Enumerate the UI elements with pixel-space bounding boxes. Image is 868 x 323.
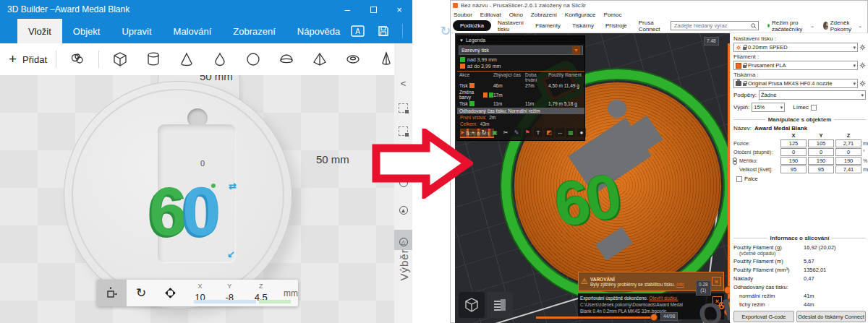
- tab-malovani[interactable]: Malování: [163, 19, 223, 43]
- layer-slider-track[interactable]: [728, 43, 730, 319]
- scale-tool-button[interactable]: [156, 280, 185, 306]
- shape-cube-icon[interactable]: [108, 47, 132, 72]
- moves-slider-track[interactable]: [536, 316, 654, 319]
- warning-link[interactable]: Info: [676, 282, 684, 287]
- text-tool-icon[interactable]: T: [534, 128, 542, 137]
- printer-preset-dropdown[interactable]: Original Prusa MK4S HF0.4 nozzle ▾: [733, 79, 858, 88]
- brim-checkbox[interactable]: [811, 105, 817, 111]
- scale-tool-icon[interactable]: ▣: [490, 128, 499, 137]
- scale-z-field[interactable]: 190: [835, 157, 861, 165]
- scale-y-field[interactable]: 190: [808, 157, 834, 165]
- scene-view-icon[interactable]: ▲: [394, 202, 412, 215]
- minimize-button[interactable]: –: [334, 0, 360, 19]
- size-z-field[interactable]: 7,41: [835, 165, 861, 173]
- inches-checkbox[interactable]: [736, 176, 742, 182]
- view-type-dropdown[interactable]: Barevný tisk ▼: [459, 46, 583, 55]
- user-account-menu[interactable]: Zdeněk Pokorný ⌄: [823, 20, 862, 33]
- tab-tiskarny[interactable]: Tiskárny: [567, 22, 599, 29]
- edit-preset-gear-icon[interactable]: [859, 80, 866, 87]
- close-button[interactable]: ×: [386, 0, 412, 19]
- filament-preset-dropdown[interactable]: Prusament PLA ▾: [733, 61, 858, 70]
- menu-zobrazeni[interactable]: Zobrazení: [531, 12, 557, 18]
- shape-cone-icon[interactable]: [174, 47, 199, 72]
- menu-pomoc[interactable]: Pomoc: [604, 12, 622, 18]
- layers-tool-icon[interactable]: ▦: [566, 128, 575, 137]
- filter-icon[interactable]: ▼: [572, 46, 580, 54]
- tab-nastaveni-tisku[interactable]: Nastavení tisku: [493, 20, 529, 33]
- move-diagonal-gizmo-icon[interactable]: ↙: [227, 249, 235, 259]
- legend-header[interactable]: ▼ Legenda: [457, 36, 584, 44]
- support-paint-icon[interactable]: ◩: [545, 128, 553, 137]
- shape-droplet-icon[interactable]: [208, 47, 232, 72]
- builder-viewport[interactable]: 6 0 0 ⇄ ↙ 50 mm 50 mm ↻ X 10: [0, 75, 394, 323]
- move-horizontal-gizmo-icon[interactable]: ⇄: [229, 181, 237, 191]
- moves-slider-handle[interactable]: [650, 314, 658, 321]
- tab-pristroje[interactable]: Přístroje: [600, 22, 632, 29]
- paint-tool-icon[interactable]: ✎: [512, 128, 521, 137]
- rotation-y-field[interactable]: 0: [808, 148, 834, 156]
- shape-hemisphere-icon[interactable]: [274, 47, 299, 72]
- undo-icon[interactable]: ↺: [416, 23, 427, 39]
- search-box[interactable]: [671, 21, 759, 30]
- layers-view-icon: [492, 297, 508, 313]
- search-input[interactable]: [673, 22, 751, 30]
- position-x-field[interactable]: 125: [780, 139, 807, 147]
- tab-filamenty[interactable]: Filamenty: [530, 22, 566, 29]
- supports-dropdown[interactable]: Žádné ▾: [759, 90, 866, 100]
- rotate-tool-icon[interactable]: ↻: [480, 128, 488, 137]
- shape-sphere-icon[interactable]: [241, 47, 265, 72]
- rotate-tool-button[interactable]: ↻: [127, 280, 156, 306]
- shape-cluster-icon[interactable]: [65, 47, 90, 72]
- shape-pyramid-icon[interactable]: [307, 47, 332, 72]
- green-swatch: [469, 101, 475, 106]
- sphere-tool-icon[interactable]: ●: [577, 128, 586, 137]
- export-gcode-button[interactable]: Exportovat G-code: [733, 311, 794, 322]
- maximize-button[interactable]: [360, 0, 386, 19]
- send-to-printer-button[interactable]: Odeslat do tiskárny Connect: [796, 311, 866, 322]
- tab-podlozka[interactable]: Podložka: [453, 20, 491, 31]
- edit-preset-gear-icon[interactable]: [859, 44, 866, 51]
- save-icon[interactable]: [378, 25, 389, 37]
- slicer-viewport[interactable]: 60 ▼ Legenda Barevný tisk ▼ nad 3,99 mm: [455, 33, 730, 323]
- print-preset-dropdown[interactable]: 0.20mm SPEED ▾: [733, 43, 858, 52]
- rotation-z-field[interactable]: 0: [835, 148, 861, 156]
- image-insert-icon[interactable]: A: [351, 25, 365, 37]
- move-tool-button[interactable]: [97, 280, 127, 306]
- measure-tool-icon[interactable]: ↔: [556, 128, 564, 137]
- uniform-scale-lock-icon[interactable]: [733, 159, 738, 165]
- layer-height-value: 0.28: [699, 282, 708, 288]
- scale-x-field[interactable]: 190: [780, 157, 807, 165]
- infill-dropdown[interactable]: 15% ▾: [752, 103, 785, 112]
- menu-konfigurace[interactable]: Konfigurace: [565, 12, 596, 18]
- tab-napoveda[interactable]: Nápověda: [286, 19, 351, 43]
- collapse-icon: ▼: [459, 38, 464, 43]
- position-y-field[interactable]: 105: [808, 139, 834, 147]
- size-x-field[interactable]: 95: [780, 165, 807, 173]
- select-object-icon[interactable]: [394, 103, 412, 116]
- add-button[interactable]: Přidat: [22, 54, 47, 65]
- tab-upravit[interactable]: Upravit: [111, 19, 162, 43]
- mode-selector[interactable]: Režim pro začátečníky ⌄: [767, 20, 814, 33]
- medal-digits[interactable]: 6 0: [149, 178, 216, 246]
- menu-okno[interactable]: Okno: [509, 12, 523, 18]
- tab-prusa-connect[interactable]: Prusa Connect: [634, 20, 669, 33]
- digit-6: 6: [149, 178, 182, 246]
- tab-vlozit[interactable]: Vložit: [17, 19, 62, 43]
- collapse-panel-icon[interactable]: <: [394, 78, 412, 89]
- menu-soubor[interactable]: Soubor: [454, 12, 472, 18]
- menu-editovat[interactable]: Editovat: [480, 12, 501, 18]
- tab-zobrazeni[interactable]: Zobrazení: [222, 19, 286, 43]
- editor-view-button[interactable]: [459, 292, 485, 318]
- preview-view-button[interactable]: [487, 292, 513, 318]
- rotation-x-field[interactable]: 0: [780, 148, 807, 156]
- open-folder-link[interactable]: Otevřít složku.: [649, 296, 678, 301]
- shape-cylinder-icon[interactable]: [141, 47, 166, 72]
- size-y-field[interactable]: 95: [808, 165, 834, 173]
- seam-tool-icon[interactable]: ⚑: [523, 128, 532, 137]
- close-warning-button[interactable]: ×: [712, 277, 721, 286]
- cut-tool-icon[interactable]: ✂: [501, 128, 510, 137]
- tab-objekt[interactable]: Objekt: [62, 19, 111, 43]
- shape-torus-icon[interactable]: [341, 47, 365, 72]
- edit-preset-gear-icon[interactable]: [859, 62, 866, 69]
- position-z-field[interactable]: 2,71: [835, 139, 861, 147]
